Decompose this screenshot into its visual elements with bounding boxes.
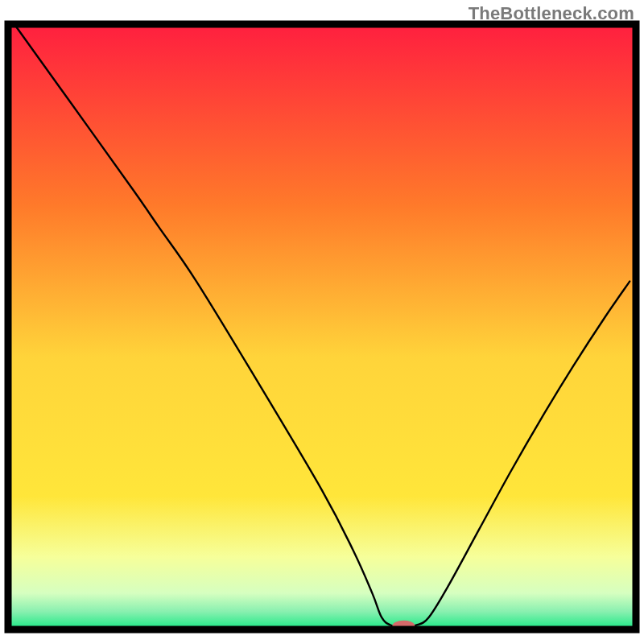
attribution-text: TheBottleneck.com: [469, 3, 634, 24]
gradient-background: [8, 24, 636, 630]
chart-canvas: [0, 0, 644, 644]
bottleneck-chart: TheBottleneck.com: [0, 0, 644, 644]
